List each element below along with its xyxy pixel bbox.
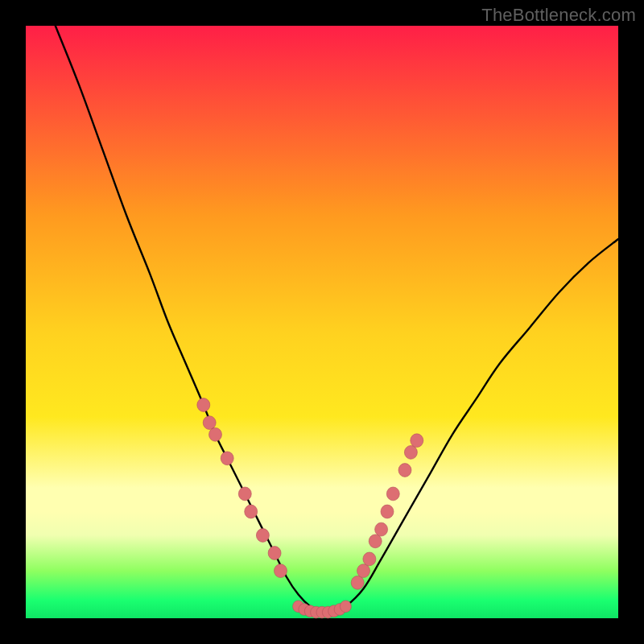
curve-marker [351,576,364,589]
curve-marker [404,446,417,460]
curve-markers-right [351,434,423,589]
curve-marker [398,464,411,477]
curve-marker [256,529,269,543]
curve-marker [245,505,258,518]
curve-marker [340,601,351,613]
curve-marker [369,535,382,548]
curve-marker [209,427,222,441]
curve-marker [411,434,423,448]
curve-markers-bottom [293,601,352,618]
curve-markers-left [197,398,287,578]
curve-marker [203,416,216,430]
curve-marker [357,564,370,578]
attribution-text: TheBottleneck.com [481,5,636,26]
curve-marker [197,398,210,412]
curve-marker [221,452,233,465]
curve-marker [386,487,399,501]
curve-marker [363,552,376,566]
curve-marker [381,505,394,518]
curve-marker [375,522,388,536]
plot-area [26,26,618,618]
curve-marker [275,564,287,578]
curve-marker [268,547,281,560]
curve-marker [238,487,251,501]
bottleneck-curve [56,26,618,613]
chart-frame: TheBottleneck.com [0,0,644,644]
curve-layer [26,26,618,618]
